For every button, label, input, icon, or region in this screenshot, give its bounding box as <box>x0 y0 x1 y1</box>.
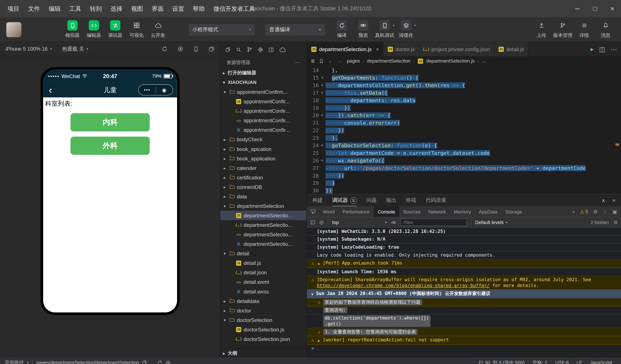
console-row[interactable]: Lazy code loading is enabled. Only injec… <box>307 251 621 259</box>
device-select[interactable]: iPhone 5 100% 16 ▾ <box>6 46 52 52</box>
devtools-tab[interactable]: Wxml <box>319 206 339 217</box>
console-sidebar-icon[interactable] <box>310 220 315 225</box>
menu-item[interactable]: 视图 <box>127 5 147 13</box>
record-icon[interactable] <box>177 46 184 52</box>
tree-item[interactable]: ≣detail.wxss <box>220 287 307 296</box>
panel-tab[interactable]: 构建 <box>312 195 323 206</box>
console-row[interactable]: ▼Sun Jan 28 2024 20:45:45 GMT+0800 (中国标准… <box>307 290 621 298</box>
menu-item[interactable]: 编辑 <box>44 5 65 13</box>
toolbar-button[interactable]: 详情 <box>574 20 594 39</box>
device-frame-icon[interactable] <box>193 46 199 52</box>
toolbar-button[interactable]: 调试器 <box>105 20 125 39</box>
editor-tab[interactable]: JSdoctor.js <box>383 42 419 56</box>
kebab-menu-icon[interactable]: ⋮ <box>603 209 607 215</box>
record-icon[interactable] <box>166 360 171 364</box>
department-button[interactable]: 外科 <box>70 136 150 155</box>
collapse-panel-icon[interactable]: ∧ <box>602 197 605 203</box>
console-row[interactable]: [system] Launch Time: 1936 ms <box>307 268 621 276</box>
tree-item[interactable]: ▸bodyCheck <box>220 134 307 144</box>
tree-item[interactable]: ▸detaildata <box>220 296 307 306</box>
tree-item[interactable]: ▸book_application <box>220 153 307 163</box>
menu-item[interactable]: 转到 <box>86 5 106 13</box>
close-panel-icon[interactable]: × <box>612 197 615 203</box>
fold-icon[interactable]: ∨ <box>319 112 326 119</box>
console-row[interactable]: [system] LazyCodeLoading: true <box>307 244 621 251</box>
tree-item[interactable]: {…}detail.json <box>220 268 307 277</box>
statusbar-item[interactable]: LF <box>577 360 582 364</box>
tree-item[interactable]: JSappointmentConfir... <box>220 97 307 106</box>
tree-item[interactable]: ▸connectDB <box>220 182 307 192</box>
tree-item[interactable]: ▸certification <box>220 173 307 182</box>
console-row[interactable]: > <box>307 345 621 352</box>
more-actions-icon[interactable]: ⋯ <box>295 60 300 65</box>
tree-item[interactable]: ▸data <box>220 192 307 201</box>
toolbar-button[interactable]: 可视化 <box>126 20 147 39</box>
search-icon[interactable] <box>236 47 241 52</box>
nav-back-icon[interactable]: ← <box>328 58 333 64</box>
tree-item[interactable]: {…}appointmentConfir... <box>220 106 307 116</box>
toolbar-button[interactable]: ▾清缓存 <box>396 20 416 39</box>
editor-tab[interactable]: {…}project.private.config.json <box>419 42 494 56</box>
toolbar-button[interactable]: 云开发 <box>148 20 168 39</box>
log-levels-select[interactable]: Default levels ▾ <box>475 219 508 225</box>
panel-tab[interactable]: 终端 <box>406 195 416 206</box>
statusbar-item[interactable]: 行 30, 列 3 (选中 500) <box>479 359 525 364</box>
tree-item[interactable]: JSdetail.js <box>220 258 307 268</box>
tree-item[interactable]: ▸calender <box>220 163 307 172</box>
menu-item[interactable]: 文件 <box>24 5 44 13</box>
overflow-tabs-icon[interactable]: » <box>572 209 575 215</box>
more-actions-icon[interactable]: ⋯ <box>611 45 617 53</box>
tree-item[interactable]: <>detail.wxml <box>220 277 307 287</box>
capsule-close-icon[interactable]: ◉ <box>156 87 173 93</box>
toolbar-button[interactable]: ▾真机调试 <box>374 20 395 39</box>
menu-item[interactable]: 选择 <box>106 5 127 13</box>
hot-reload-toggle[interactable]: 热重载 关 ▾ <box>62 45 88 52</box>
tree-item[interactable]: ▾doctorSelection <box>220 315 307 325</box>
panel-tab[interactable]: 输出 <box>386 195 397 206</box>
menu-item[interactable]: 微信开发者工具 <box>209 5 259 13</box>
menu-item[interactable]: 设置 <box>168 5 189 13</box>
page-path-value[interactable]: pages/departmentSelection/departmentSele… <box>36 360 139 364</box>
files-icon[interactable] <box>225 47 231 52</box>
toolbar-button[interactable]: 编辑器 <box>84 20 104 39</box>
toolbar-button[interactable]: 上传 <box>531 20 552 39</box>
devtools-tab[interactable]: AppData <box>475 206 501 217</box>
tree-item[interactable]: ≣departmentSelectio... <box>220 239 307 249</box>
more-icon[interactable]: ••• <box>139 87 155 93</box>
toolbar-button[interactable]: 消息 <box>595 20 616 39</box>
tree-item[interactable]: ▸doctor <box>220 306 307 315</box>
console-row[interactable]: ⚠▶[Perf] App.onLaunch took 71ms <box>307 259 621 268</box>
extensions-icon[interactable] <box>258 47 263 52</box>
console-row[interactable]: ⚠[Deprecation] SharedArrayBuffer will re… <box>307 276 621 290</box>
tree-item[interactable]: ▾departmentSelection <box>220 201 307 211</box>
devtools-tab[interactable]: Performance <box>339 206 374 217</box>
toolbar-button[interactable]: 预览 <box>353 20 373 39</box>
cloud-dev-icon[interactable] <box>279 47 286 52</box>
toolbar-button[interactable]: 版本管理 <box>552 20 573 39</box>
console-row[interactable]: [system] WeChatLib: 3.3.0 (2023.12.28 16… <box>307 228 621 236</box>
tree-item[interactable]: ▾appointmentConfirm... <box>220 87 307 97</box>
fold-icon[interactable]: ∨ <box>319 89 326 97</box>
caret-down-icon[interactable]: ▼ <box>310 291 314 297</box>
menu-item[interactable]: 界面 <box>147 5 168 13</box>
devtools-tab[interactable]: Sources <box>399 206 425 217</box>
statusbar-item[interactable]: JavaScript <box>590 360 612 364</box>
tree-item[interactable]: JSdoctorSelection.js <box>220 325 307 334</box>
warning-count-badge[interactable]: ⚠5 <box>580 209 588 215</box>
editor-tab[interactable]: JSdepartmentSelection.js× <box>307 42 383 56</box>
project-section[interactable]: ▾ XIAOCHUAN <box>220 78 307 87</box>
code-editor[interactable]: 14 },15∨ getDepartments:·function()·{16∨… <box>307 66 621 194</box>
devtools-tab[interactable]: Memory <box>450 206 475 217</box>
maximize-button[interactable]: □ <box>586 0 604 17</box>
outline-list-icon[interactable]: ≣ <box>311 58 315 64</box>
refresh-icon[interactable] <box>157 360 162 364</box>
console-row[interactable]: 查询语句: <box>307 306 621 314</box>
fold-icon[interactable]: ∨ <box>319 157 326 164</box>
layout-icon[interactable] <box>269 47 274 52</box>
tree-item[interactable]: ▸book_apication <box>220 144 307 153</box>
open-editors-section[interactable]: ▸ 打开的编辑器 <box>220 68 307 78</box>
copy-icon[interactable] <box>142 360 147 364</box>
statusbar-item[interactable]: UTF-8 <box>555 360 569 364</box>
tree-item[interactable]: {…}doctorSelection.json <box>220 334 307 344</box>
nav-forward-icon[interactable]: → <box>337 58 342 64</box>
